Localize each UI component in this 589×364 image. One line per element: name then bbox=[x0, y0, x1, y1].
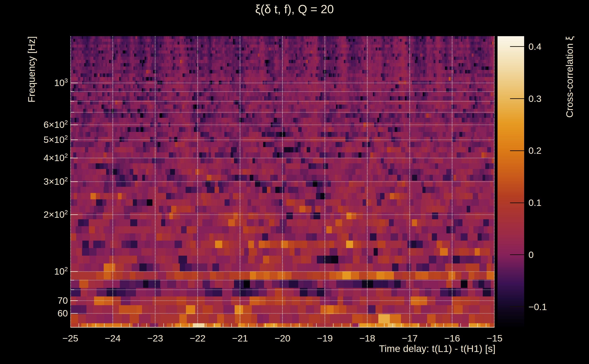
colorbar-tick-label: −0.1 bbox=[529, 301, 547, 313]
colorbar-title: Cross-correlation ξ bbox=[563, 36, 575, 118]
x-axis-title: Time delay: t(L1) - t(H1) [s] bbox=[379, 343, 496, 354]
colorbar-tick-mark bbox=[510, 98, 524, 99]
colorbar-tick-mark bbox=[510, 306, 524, 307]
y-axis-title: Frequency [Hz] bbox=[26, 36, 37, 103]
x-tick-label: −24 bbox=[105, 333, 121, 344]
heatmap-canvas bbox=[70, 36, 495, 328]
colorbar-tick-mark bbox=[510, 202, 524, 203]
x-tick-label: −22 bbox=[190, 333, 205, 344]
colorbar-tick-label: 0.3 bbox=[529, 93, 541, 105]
y-tick-label: 5×102 bbox=[0, 134, 68, 146]
x-tick-label: −25 bbox=[62, 333, 78, 344]
y-tick-label: 3×102 bbox=[0, 176, 68, 188]
x-tick-label: −20 bbox=[275, 333, 290, 344]
y-tick-label: 60 bbox=[0, 307, 68, 319]
figure: ξ(δ t, f), Q = 20 Frequency [Hz] 1036×10… bbox=[0, 0, 589, 364]
y-tick-label: 2×102 bbox=[0, 208, 68, 221]
x-tick-label: −21 bbox=[232, 333, 248, 344]
colorbar-tick-label: 0.2 bbox=[529, 144, 541, 157]
x-tick-label: −16 bbox=[444, 333, 460, 344]
colorbar-tick-mark bbox=[510, 254, 524, 255]
x-tick-label: −17 bbox=[402, 333, 418, 344]
colorbar-gradient bbox=[497, 36, 524, 328]
colorbar-tick-mark bbox=[510, 150, 524, 151]
y-tick-label: 6×102 bbox=[0, 118, 68, 131]
x-tick-label: −15 bbox=[487, 333, 503, 344]
colorbar-tick-mark bbox=[510, 46, 524, 47]
colorbar-tick-label: 0 bbox=[529, 249, 534, 261]
colorbar-tick-label: 0.1 bbox=[529, 196, 541, 209]
x-tick-label: −23 bbox=[147, 333, 163, 344]
chart-title: ξ(δ t, f), Q = 20 bbox=[0, 2, 589, 16]
x-tick-label: −19 bbox=[317, 333, 333, 344]
y-tick-label: 103 bbox=[0, 77, 68, 89]
y-tick-label: 4×102 bbox=[0, 152, 68, 164]
colorbar-tick-label: 0.4 bbox=[529, 40, 541, 53]
y-tick-label: 70 bbox=[0, 294, 68, 307]
y-tick-label: 102 bbox=[0, 265, 68, 278]
x-tick-label: −18 bbox=[359, 333, 375, 344]
